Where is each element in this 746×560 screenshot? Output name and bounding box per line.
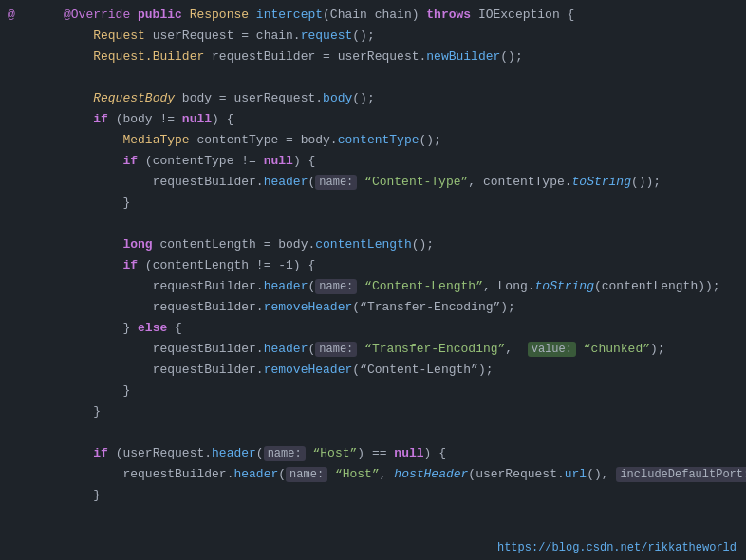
line-content: MediaType contentType = body.contentType…: [60, 133, 746, 147]
code-line: }: [0, 404, 746, 425]
at-icon: @: [8, 8, 15, 22]
code-line: requestBuilder.header(name: “Content-Len…: [0, 279, 746, 300]
code-line: [0, 216, 746, 237]
line-content: Request.Builder requestBuilder = userReq…: [60, 49, 746, 64]
line-content: if (contentLength != -1) {: [60, 258, 746, 272]
line-content: }: [60, 404, 746, 419]
line-content: if (userRequest.header(name: “Host”) == …: [60, 446, 746, 460]
line-content: if (body != null) {: [60, 112, 746, 126]
line-content: requestBuilder.removeHeader(“Transfer-En…: [60, 300, 746, 314]
code-line: requestBuilder.header(name: “Transfer-En…: [0, 342, 746, 363]
code-line: }: [0, 383, 746, 404]
code-line: [0, 70, 746, 91]
line-content: }: [60, 383, 746, 398]
line-content: RequestBody body = userRequest.body();: [60, 91, 746, 105]
code-line: } else {: [0, 321, 746, 342]
line-content: requestBuilder.header(name: “Content-Len…: [60, 279, 746, 293]
code-line: long contentLength = body.contentLength(…: [0, 237, 746, 258]
line-content: }: [60, 488, 746, 502]
code-line: if (contentType != null) {: [0, 154, 746, 175]
code-line: requestBuilder.removeHeader(“Transfer-En…: [0, 300, 746, 321]
line-content: long contentLength = body.contentLength(…: [60, 237, 746, 252]
code-editor: @@Override public Response intercept(Cha…: [0, 0, 746, 560]
code-line: [0, 425, 746, 446]
line-content: requestBuilder.header(name: “Transfer-En…: [60, 342, 746, 356]
code-line: requestBuilder.removeHeader(“Content-Len…: [0, 363, 746, 383]
code-line: }: [0, 488, 746, 509]
code-line: if (userRequest.header(name: “Host”) == …: [0, 446, 746, 467]
code-line: Request.Builder requestBuilder = userReq…: [0, 49, 746, 70]
code-line: }: [0, 196, 746, 216]
code-line: if (body != null) {: [0, 112, 746, 133]
url-bar: https://blog.csdn.net/rikkatheworld: [497, 541, 737, 554]
line-content: }: [60, 196, 746, 210]
line-gutter: @: [8, 8, 60, 22]
code-line: Request userRequest = chain.request();: [0, 28, 746, 49]
line-content: } else {: [60, 321, 746, 335]
line-content: @Override public Response intercept(Chai…: [60, 8, 746, 22]
line-content: requestBuilder.removeHeader(“Content-Len…: [60, 363, 746, 377]
code-line: @@Override public Response intercept(Cha…: [0, 8, 746, 28]
code-line: requestBuilder.header(name: “Content-Typ…: [0, 175, 746, 196]
code-line: MediaType contentType = body.contentType…: [0, 133, 746, 154]
line-content: Request userRequest = chain.request();: [60, 28, 746, 43]
code-line: RequestBody body = userRequest.body();: [0, 91, 746, 112]
code-line: requestBuilder.header(name: “Host”, host…: [0, 467, 746, 488]
line-content: requestBuilder.header(name: “Host”, host…: [60, 467, 746, 481]
line-content: requestBuilder.header(name: “Content-Typ…: [60, 175, 746, 189]
code-line: if (contentLength != -1) {: [0, 258, 746, 279]
line-content: if (contentType != null) {: [60, 154, 746, 168]
